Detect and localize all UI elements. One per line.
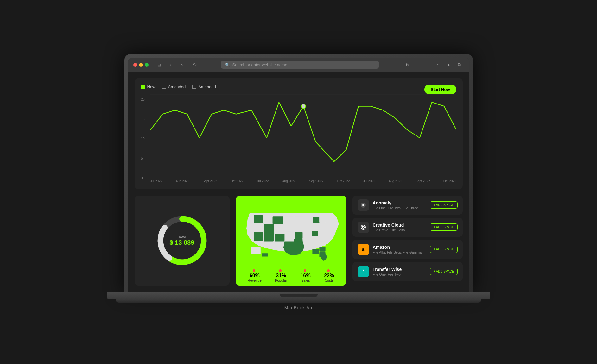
map-stat-costs: 22% Costs xyxy=(324,268,334,282)
popular-label: Popular xyxy=(275,279,287,282)
state-sc xyxy=(319,241,325,246)
popular-dot xyxy=(279,269,282,272)
state-id-s xyxy=(264,224,274,241)
browser-content: New Amended Amended Start Now xyxy=(128,72,469,292)
x-label-2: Aug 2022 xyxy=(176,179,189,183)
transferwise-add-space-button[interactable]: + ADD SPACE xyxy=(430,268,457,275)
anomaly-add-space-button[interactable]: + ADD SPACE xyxy=(430,201,457,209)
donut-wrapper: Total $ 13 839 xyxy=(154,212,211,269)
forward-button[interactable]: › xyxy=(178,60,187,69)
revenue-pct: 60% xyxy=(248,273,262,279)
app-item-amazon: a Amazon File Alfa, File Beta, File Gamm… xyxy=(352,240,463,259)
state-wy xyxy=(275,224,284,233)
state-co xyxy=(275,234,284,241)
creative-cloud-name: Creative Cloud xyxy=(373,223,426,228)
transferwise-info: Transfer Wise File One, File Two xyxy=(373,267,426,276)
laptop-bottom xyxy=(116,299,481,303)
share-icon[interactable]: ↑ xyxy=(434,60,442,69)
back-button[interactable]: ‹ xyxy=(166,60,175,69)
bottom-section: Total $ 13 839 xyxy=(135,196,463,286)
state-mt xyxy=(272,216,283,224)
sales-pct: 16% xyxy=(301,273,311,279)
new-tab-icon[interactable]: + xyxy=(444,60,453,69)
state-wv xyxy=(312,231,318,236)
x-label-9: Jul 2022 xyxy=(363,179,375,183)
app-item-transferwise: ⁷ Transfer Wise File One, File Two + ADD… xyxy=(352,262,463,281)
svg-point-12 xyxy=(362,226,364,228)
map-stat-popular: 31% Popular xyxy=(275,268,287,282)
hawaii xyxy=(262,253,268,256)
map-stat-revenue: 60% Revenue xyxy=(248,268,262,282)
creative-cloud-files: File Bravo, File Delta xyxy=(373,228,426,232)
state-wa xyxy=(254,215,263,223)
y-label-20: 20 xyxy=(141,97,145,101)
sidebar-toggle-icon[interactable]: ⊟ xyxy=(155,60,164,69)
anomaly-icon xyxy=(358,199,369,211)
search-icon: 🔍 xyxy=(225,63,230,67)
creative-cloud-add-space-button[interactable]: + ADD SPACE xyxy=(430,223,457,231)
brand-label: MacBook Air xyxy=(284,305,313,310)
chart-section: New Amended Amended Start Now xyxy=(135,78,463,189)
anomaly-files: File One, File Two, File Three xyxy=(373,206,426,210)
legend-dot-amended-1 xyxy=(162,85,166,89)
traffic-light-close[interactable] xyxy=(133,63,137,67)
legend-amended-2: Amended xyxy=(192,85,216,89)
browser-titlebar: ⊟ ‹ › 🛡 🔍 Search or enter website name ↻… xyxy=(128,58,469,72)
state-il xyxy=(303,224,310,230)
laptop-wrapper: ⊟ ‹ › 🛡 🔍 Search or enter website name ↻… xyxy=(124,54,473,310)
state-sd xyxy=(285,224,294,231)
costs-label: Costs xyxy=(324,279,334,282)
sales-dot xyxy=(304,269,306,272)
legend-amended-1-label: Amended xyxy=(168,85,186,89)
chart-svg-area xyxy=(150,94,456,173)
costs-dot xyxy=(327,269,330,272)
address-bar[interactable]: 🔍 Search or enter website name xyxy=(221,61,379,69)
amazon-add-space-button[interactable]: + ADD SPACE xyxy=(430,246,457,253)
state-va xyxy=(319,236,325,241)
state-wi xyxy=(304,217,312,223)
chart-highlight-dot xyxy=(301,104,306,109)
x-label-5: Jul 2022 xyxy=(257,179,269,183)
x-label-6: Aug 2022 xyxy=(282,179,296,183)
copy-icon[interactable]: ⧉ xyxy=(455,60,464,69)
anomaly-icon-svg xyxy=(360,202,366,208)
legend-amended-2-label: Amended xyxy=(198,85,216,89)
app-item-anomaly: Anomaly File One, File Two, File Three +… xyxy=(352,196,463,215)
map-legend: 60% Revenue 31% Popular 16% xyxy=(236,265,346,286)
map-card: 60% Revenue 31% Popular 16% xyxy=(236,196,346,286)
state-tn xyxy=(312,237,319,242)
shield-icon: 🛡 xyxy=(190,60,199,69)
app-item-creative-cloud: Creative Cloud File Bravo, File Delta + … xyxy=(352,218,463,237)
browser-chrome: ⊟ ‹ › 🛡 🔍 Search or enter website name ↻… xyxy=(128,58,469,292)
address-text: Search or enter website name xyxy=(232,62,287,67)
revenue-dot xyxy=(253,269,255,272)
state-ne xyxy=(285,232,294,240)
anomaly-info: Anomaly File One, File Two, File Three xyxy=(373,200,426,210)
state-ar xyxy=(304,239,312,245)
start-now-button[interactable]: Start Now xyxy=(424,85,456,94)
x-label-4: Oct 2022 xyxy=(231,179,244,183)
creative-cloud-info: Creative Cloud File Bravo, File Delta xyxy=(373,223,426,232)
state-mn xyxy=(294,216,303,223)
x-label-8: Oct 2022 xyxy=(337,179,350,183)
donut-card: Total $ 13 839 xyxy=(135,196,230,286)
browser-controls: ⊟ ‹ › xyxy=(155,60,187,69)
y-label-10: 10 xyxy=(141,137,145,141)
legend-new-label: New xyxy=(147,85,156,89)
creative-cloud-icon-svg xyxy=(360,224,366,230)
state-in xyxy=(303,231,310,237)
state-oh xyxy=(312,224,318,230)
line-chart-svg xyxy=(150,94,456,173)
state-pa xyxy=(319,223,325,228)
revenue-label: Revenue xyxy=(248,279,262,282)
traffic-light-fullscreen[interactable] xyxy=(145,63,149,67)
svg-point-11 xyxy=(361,225,365,229)
state-nj xyxy=(325,222,331,227)
chart-legend: New Amended Amended xyxy=(141,85,456,89)
state-ga xyxy=(319,247,325,251)
reload-icon[interactable]: ↻ xyxy=(403,60,412,69)
state-mo xyxy=(295,232,302,239)
state-ms xyxy=(312,243,319,248)
traffic-light-minimize[interactable] xyxy=(139,63,143,67)
amazon-icon: a xyxy=(358,244,369,255)
